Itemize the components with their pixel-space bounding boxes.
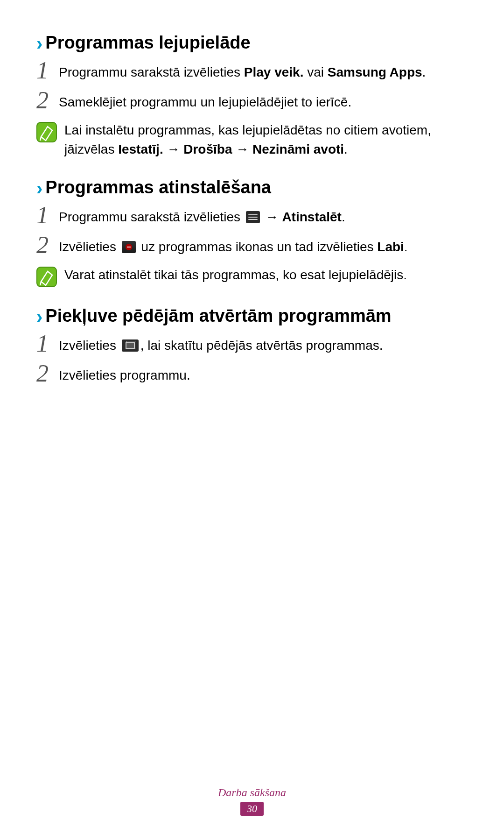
step-text: Izvēlieties uz programmas ikonas un tad … — [59, 236, 408, 257]
page-footer: Darba sākšana 30 — [0, 786, 504, 816]
text: Programmu sarakstā izvēlieties — [59, 210, 244, 224]
chevron-icon: › — [36, 34, 42, 53]
step-number: 1 — [36, 58, 54, 83]
step-text: Programmu sarakstā izvēlieties → Atinsta… — [59, 206, 345, 227]
heading-text: Programmas lejupielāde — [45, 33, 250, 53]
note-icon — [36, 122, 57, 142]
arrow-text: → — [262, 210, 282, 224]
text: vai — [303, 65, 327, 79]
bold-text: Play veik. — [244, 65, 304, 79]
text: , lai skatītu pēdējās atvērtās programma… — [140, 338, 383, 353]
heading-text: Programmas atinstalēšana — [45, 177, 271, 198]
step-number: 2 — [36, 361, 54, 386]
text: uz programmas ikonas un tad izvēlieties — [138, 240, 378, 254]
chevron-icon: › — [36, 179, 42, 198]
step-text: Izvēlieties programmu. — [59, 364, 190, 385]
page-number: 30 — [240, 802, 264, 816]
bold-text: Samsung Apps — [328, 65, 422, 79]
note-text: Varat atinstalēt tikai tās programmas, k… — [64, 266, 407, 285]
chevron-icon: › — [36, 307, 42, 326]
step-text: Izvēlieties , lai skatītu pēdējās atvērt… — [59, 334, 383, 355]
step: 2 Izvēlieties programmu. — [36, 364, 468, 389]
step-text: Sameklējiet programmu un lejupielādējiet… — [59, 91, 351, 112]
text: . — [342, 210, 345, 224]
step-text: Programmu sarakstā izvēlieties Play veik… — [59, 61, 426, 82]
section-heading: › Programmas lejupielāde — [36, 33, 468, 53]
section-heading: › Piekļuve pēdējām atvērtām programmām — [36, 306, 468, 326]
bold-text: Drošība — [183, 142, 232, 156]
step-number: 1 — [36, 203, 54, 227]
arrow-text: → — [163, 142, 184, 156]
step-number: 2 — [36, 233, 54, 257]
step: 1 Programmu sarakstā izvēlieties → Atins… — [36, 206, 468, 230]
step-number: 1 — [36, 332, 54, 356]
text: Izvēlieties — [59, 240, 120, 254]
delete-icon — [122, 241, 136, 253]
bold-text: Nezināmi avoti — [252, 142, 344, 156]
footer-section-label: Darba sākšana — [0, 786, 504, 799]
step: 1 Izvēlieties , lai skatītu pēdējās atvē… — [36, 334, 468, 359]
bold-text: Iestatīj. — [118, 142, 163, 156]
step: 2 Izvēlieties uz programmas ikonas un ta… — [36, 236, 468, 260]
bold-text: Labi — [377, 240, 404, 254]
heading-text: Piekļuve pēdējām atvērtām programmām — [45, 306, 391, 326]
note-icon — [36, 267, 57, 287]
recent-apps-icon — [122, 339, 139, 352]
text: . — [404, 240, 408, 254]
step: 1 Programmu sarakstā izvēlieties Play ve… — [36, 61, 468, 85]
text: Programmu sarakstā izvēlieties — [59, 65, 244, 79]
step: 2 Sameklējiet programmu un lejupielādēji… — [36, 91, 468, 115]
step-number: 2 — [36, 88, 54, 113]
text: Izvēlieties — [59, 338, 120, 353]
note-text: Lai instalētu programmas, kas lejupielād… — [64, 121, 468, 159]
text: . — [422, 65, 426, 79]
text: . — [344, 142, 348, 156]
bold-text: Atinstalēt — [282, 210, 342, 224]
section-heading: › Programmas atinstalēšana — [36, 177, 468, 198]
menu-icon — [246, 211, 260, 223]
note: Lai instalētu programmas, kas lejupielād… — [36, 121, 468, 159]
arrow-text: → — [232, 142, 252, 156]
note: Varat atinstalēt tikai tās programmas, k… — [36, 266, 468, 287]
